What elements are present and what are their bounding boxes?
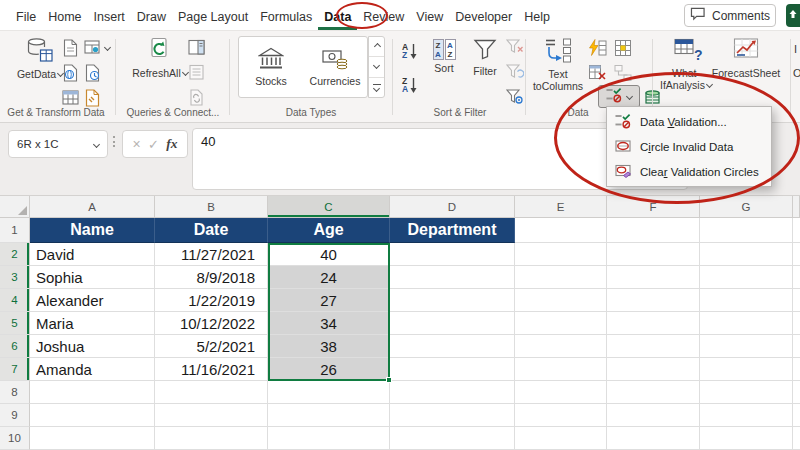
tab-formulas[interactable]: Formulas bbox=[254, 2, 318, 30]
cell-H9[interactable] bbox=[793, 404, 800, 427]
remove-duplicates-button[interactable] bbox=[588, 64, 607, 82]
col-header-partial[interactable] bbox=[793, 196, 800, 218]
currencies-button[interactable]: Currencies bbox=[303, 37, 367, 97]
cell-G9[interactable] bbox=[700, 404, 793, 427]
cell-G8[interactable] bbox=[700, 381, 793, 404]
cell-E5[interactable] bbox=[515, 312, 607, 335]
cell-D8[interactable] bbox=[390, 381, 515, 404]
gallery-more-button[interactable] bbox=[369, 78, 384, 97]
get-data-button[interactable]: GetData bbox=[12, 37, 68, 80]
tab-draw[interactable]: Draw bbox=[131, 2, 172, 30]
cell-D4[interactable] bbox=[390, 289, 515, 312]
tab-developer[interactable]: Developer bbox=[449, 2, 518, 30]
cell-F6[interactable] bbox=[607, 335, 700, 358]
cell-B6[interactable]: 5/2/2021 bbox=[155, 335, 268, 358]
cell-A8[interactable] bbox=[30, 381, 155, 404]
cell-F5[interactable] bbox=[607, 312, 700, 335]
gallery-up-button[interactable] bbox=[369, 37, 384, 57]
from-text-csv-button[interactable] bbox=[62, 39, 79, 57]
cell-D3[interactable] bbox=[390, 266, 515, 289]
menu-item-clear-validation-circles[interactable]: Clear Validation Circles bbox=[607, 159, 771, 184]
cell-D7[interactable] bbox=[390, 358, 515, 381]
tab-home[interactable]: Home bbox=[42, 2, 87, 30]
row-header-2[interactable]: 2 bbox=[0, 243, 30, 266]
cell-F10[interactable] bbox=[607, 427, 700, 450]
row-header-7[interactable]: 7 bbox=[0, 358, 30, 381]
cell-G1[interactable] bbox=[700, 218, 793, 243]
cell-H6[interactable] bbox=[793, 335, 800, 358]
cell-G5[interactable] bbox=[700, 312, 793, 335]
comments-button[interactable]: Comments bbox=[684, 4, 776, 27]
tab-file[interactable]: File bbox=[10, 2, 42, 30]
row-header-3[interactable]: 3 bbox=[0, 266, 30, 289]
cell-F8[interactable] bbox=[607, 381, 700, 404]
cell-F1[interactable] bbox=[607, 218, 700, 243]
tab-data[interactable]: Data bbox=[318, 2, 357, 30]
cell-A6[interactable]: Joshua bbox=[30, 335, 155, 358]
cell-H10[interactable] bbox=[793, 427, 800, 450]
cell-G10[interactable] bbox=[700, 427, 793, 450]
workbook-links-button[interactable] bbox=[188, 89, 206, 106]
share-button[interactable] bbox=[786, 4, 800, 27]
sort-ascending-button[interactable]: AZ bbox=[402, 43, 417, 61]
cell-C8[interactable] bbox=[268, 381, 390, 404]
cell-C10[interactable] bbox=[268, 427, 390, 450]
tab-page-layout[interactable]: Page Layout bbox=[172, 2, 254, 30]
tab-view[interactable]: View bbox=[410, 2, 449, 30]
cell-H8[interactable] bbox=[793, 381, 800, 404]
advanced-filter-button[interactable] bbox=[506, 89, 524, 105]
from-web-button[interactable] bbox=[62, 64, 79, 82]
consolidate-button[interactable] bbox=[614, 39, 632, 57]
cell-A4[interactable]: Alexander bbox=[30, 289, 155, 312]
row-header-8[interactable]: 8 bbox=[0, 381, 30, 404]
cell-C7[interactable]: 26 bbox=[268, 358, 390, 381]
refresh-all-button[interactable]: RefreshAll bbox=[132, 37, 188, 79]
col-header-C[interactable]: C bbox=[268, 196, 390, 218]
cell-H1[interactable] bbox=[793, 218, 800, 243]
row-header-6[interactable]: 6 bbox=[0, 335, 30, 358]
cell-F4[interactable] bbox=[607, 289, 700, 312]
col-header-D[interactable]: D bbox=[390, 196, 515, 218]
name-box[interactable]: 6R x 1C bbox=[8, 130, 108, 158]
cell-D5[interactable] bbox=[390, 312, 515, 335]
from-picture-button[interactable] bbox=[84, 39, 101, 57]
col-header-E[interactable]: E bbox=[515, 196, 607, 218]
insert-function-button[interactable]: fx bbox=[166, 136, 177, 152]
sort-button[interactable]: ZA AZ Sort bbox=[424, 39, 464, 74]
cell-E1[interactable] bbox=[515, 218, 607, 243]
relationships-button[interactable] bbox=[614, 64, 632, 82]
tab-insert[interactable]: Insert bbox=[88, 2, 131, 30]
recent-sources-button[interactable] bbox=[84, 64, 101, 82]
properties-button[interactable] bbox=[188, 64, 206, 81]
cell-A2[interactable]: David bbox=[30, 243, 155, 266]
what-if-analysis-button[interactable]: ? What-IfAnalysis bbox=[658, 37, 714, 91]
sort-descending-button[interactable]: ZA bbox=[402, 77, 417, 95]
enter-button[interactable]: ✓ bbox=[148, 137, 159, 152]
cell-G3[interactable] bbox=[700, 266, 793, 289]
stocks-button[interactable]: Stocks bbox=[239, 37, 303, 97]
cell-E4[interactable] bbox=[515, 289, 607, 312]
cell-D2[interactable] bbox=[390, 243, 515, 266]
cell-C3[interactable]: 24 bbox=[268, 266, 390, 289]
clear-filter-button[interactable] bbox=[506, 39, 524, 55]
forecast-sheet-button[interactable]: ForecastSheet bbox=[718, 37, 774, 79]
cell-G4[interactable] bbox=[700, 289, 793, 312]
row-header-4[interactable]: 4 bbox=[0, 289, 30, 312]
cell-A7[interactable]: Amanda bbox=[30, 358, 155, 381]
from-table-range-button[interactable] bbox=[62, 89, 79, 106]
cell-H4[interactable] bbox=[793, 289, 800, 312]
cell-E2[interactable] bbox=[515, 243, 607, 266]
cell-D10[interactable] bbox=[390, 427, 515, 450]
cell-C1[interactable]: Age bbox=[268, 218, 390, 243]
gallery-down-button[interactable] bbox=[369, 57, 384, 77]
cell-A1[interactable]: Name bbox=[30, 218, 155, 243]
cell-H3[interactable] bbox=[793, 266, 800, 289]
flash-fill-button[interactable] bbox=[588, 39, 607, 57]
tab-help[interactable]: Help bbox=[518, 2, 556, 30]
col-header-A[interactable]: A bbox=[30, 196, 155, 218]
select-all-corner[interactable] bbox=[0, 196, 30, 218]
cell-A3[interactable]: Sophia bbox=[30, 266, 155, 289]
cell-F7[interactable] bbox=[607, 358, 700, 381]
cell-D9[interactable] bbox=[390, 404, 515, 427]
cell-C2[interactable]: 40 bbox=[268, 243, 390, 266]
